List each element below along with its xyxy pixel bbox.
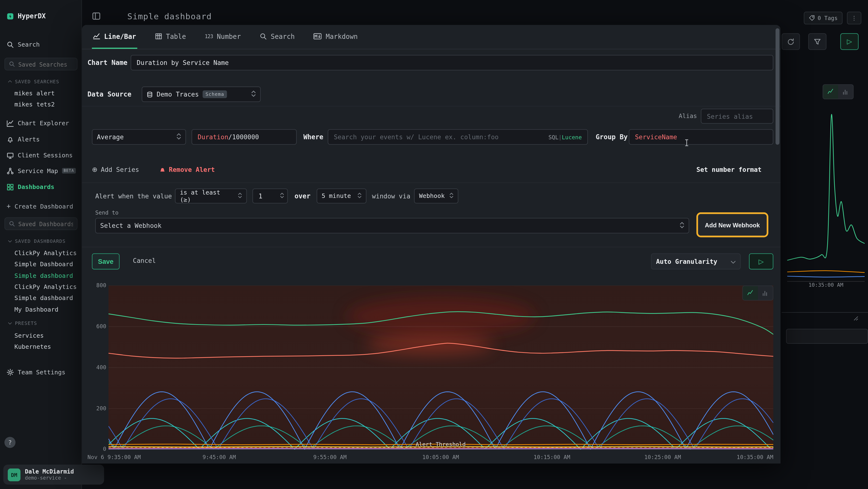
bar-chart-toggle[interactable] bbox=[758, 286, 773, 300]
dashboard-item[interactable]: Simple dashboard bbox=[14, 293, 73, 303]
sidebar-item-team-settings[interactable]: Team Settings bbox=[7, 366, 66, 377]
logo[interactable]: HyperDX bbox=[7, 10, 46, 22]
user-name: Dale McDiarmid bbox=[25, 468, 74, 475]
chevron-down-icon bbox=[731, 258, 736, 265]
preset-item[interactable]: Services bbox=[14, 331, 44, 341]
refresh-button[interactable] bbox=[782, 33, 800, 50]
refresh-icon bbox=[787, 38, 795, 45]
saved-dashboards-field[interactable] bbox=[18, 220, 73, 227]
aggregation-select[interactable]: Average bbox=[92, 129, 186, 145]
bar-chart-icon bbox=[842, 89, 848, 95]
lucene-toggle[interactable]: Lucene bbox=[562, 134, 582, 140]
alert-condition-select[interactable]: is at least (≥) bbox=[175, 189, 247, 203]
background-chart-type-toggle[interactable] bbox=[823, 84, 854, 99]
more-menu-button[interactable]: ⋮ bbox=[847, 11, 862, 24]
chevron-up-icon bbox=[8, 79, 12, 84]
sidebar-item-search[interactable]: Search bbox=[7, 39, 40, 50]
field-input[interactable]: Duration/1000000 bbox=[191, 129, 297, 145]
preset-item[interactable]: Kubernetes bbox=[14, 342, 51, 352]
tags-button[interactable]: 0 Tags bbox=[804, 11, 843, 24]
search-icon bbox=[260, 33, 267, 40]
saved-search-item[interactable]: mikes alert bbox=[14, 89, 55, 99]
section-divider bbox=[82, 182, 780, 183]
search-icon bbox=[9, 61, 15, 67]
main-chart[interactable] bbox=[108, 286, 773, 450]
saved-searches-header[interactable]: SAVED SEARCHES bbox=[8, 78, 59, 85]
bell-icon bbox=[7, 136, 14, 143]
add-series-button[interactable]: ⊕ Add Series bbox=[92, 164, 139, 176]
data-source-select[interactable]: Demo Traces Schema bbox=[142, 86, 261, 102]
chart-type-tabs: Line/Bar Table 123 Number Search Markdow… bbox=[82, 25, 780, 49]
alias-input[interactable] bbox=[701, 109, 774, 123]
x-tick: 10:25:00 AM bbox=[644, 454, 681, 460]
create-dashboard-button[interactable]: + Create Dashboard bbox=[7, 201, 73, 212]
dashboard-item[interactable]: ClickPy Analytics bbox=[14, 282, 77, 292]
run-query-button[interactable]: ▷ bbox=[840, 33, 859, 50]
panel-collapse-icon bbox=[92, 11, 101, 21]
avatar: DM bbox=[8, 468, 21, 481]
webhook-select[interactable]: Select a Webhook bbox=[95, 218, 689, 233]
alert-window-select[interactable]: 5 minute bbox=[317, 189, 367, 203]
tab-table[interactable]: Table bbox=[154, 25, 187, 49]
filter-button[interactable] bbox=[808, 33, 827, 50]
sidebar-collapse-button[interactable] bbox=[92, 11, 101, 22]
cancel-button[interactable]: Cancel bbox=[133, 257, 156, 264]
section-divider bbox=[82, 247, 780, 247]
mini-chart-time: 10:35:00 AM bbox=[787, 282, 865, 288]
group-by-label: Group By bbox=[595, 133, 628, 141]
sidebar-item-service-map[interactable]: Service Map BETA bbox=[7, 165, 76, 176]
sidebar-item-chart-explorer[interactable]: Chart Explorer bbox=[7, 118, 69, 128]
bar-chart-toggle[interactable] bbox=[838, 85, 853, 98]
background-input-bar[interactable] bbox=[786, 329, 868, 344]
chevron-down-icon bbox=[8, 321, 12, 325]
tab-search[interactable]: Search bbox=[258, 25, 296, 49]
presets-header[interactable]: PRESETS bbox=[8, 319, 37, 327]
resize-icon bbox=[852, 315, 859, 321]
tab-markdown[interactable]: Markdown bbox=[312, 25, 359, 49]
saved-searches-input[interactable] bbox=[4, 58, 78, 70]
alert-channel-select[interactable]: Webhook bbox=[414, 189, 458, 203]
modal-scrollbar[interactable] bbox=[776, 28, 779, 145]
remove-alert-button[interactable]: Remove Alert bbox=[159, 164, 215, 176]
modal-chart-type-toggle[interactable] bbox=[742, 286, 774, 300]
chart-name-input[interactable] bbox=[131, 55, 774, 70]
alert-threshold-input[interactable]: 1 bbox=[252, 189, 288, 203]
schema-badge[interactable]: Schema bbox=[203, 90, 227, 98]
dashboard-item[interactable]: Simple Dashboard bbox=[14, 259, 73, 269]
alert-prefix-text: Alert when the value bbox=[95, 192, 172, 200]
sidebar-item-client-sessions[interactable]: Client Sessions bbox=[7, 150, 73, 161]
dashboard-item[interactable]: ClickPy Analytics bbox=[14, 248, 77, 258]
monitor-icon bbox=[7, 151, 14, 159]
line-chart-icon bbox=[93, 33, 100, 40]
markdown-icon bbox=[313, 33, 322, 40]
sql-toggle[interactable]: SQL bbox=[549, 134, 558, 140]
line-chart-icon bbox=[828, 89, 834, 95]
save-button[interactable]: Save bbox=[92, 253, 120, 269]
group-by-input[interactable]: ServiceName bbox=[629, 129, 773, 145]
set-number-format-button[interactable]: Set number format bbox=[696, 163, 762, 177]
saved-dashboards-input[interactable] bbox=[4, 217, 78, 230]
where-search-input[interactable]: SQL | Lucene bbox=[328, 129, 588, 145]
user-menu[interactable]: DM Dale McDiarmid demo-service - bbox=[3, 465, 104, 485]
help-button[interactable]: ? bbox=[4, 437, 16, 448]
granularity-select[interactable]: Auto Granularity bbox=[651, 253, 741, 269]
run-chart-button[interactable]: ▷ bbox=[749, 253, 773, 269]
add-new-webhook-button[interactable]: Add New Webhook bbox=[696, 212, 768, 237]
sidebar-item-dashboards[interactable]: Dashboards bbox=[7, 181, 55, 192]
chevron-updown-icon bbox=[238, 192, 242, 200]
tab-line-bar[interactable]: Line/Bar bbox=[92, 25, 137, 49]
saved-searches-field[interactable] bbox=[18, 61, 73, 67]
dashboard-item-active[interactable]: Simple dashboard bbox=[14, 271, 73, 281]
line-chart-toggle[interactable] bbox=[743, 286, 758, 300]
filter-icon bbox=[814, 38, 821, 45]
saved-search-item[interactable]: mikes tets2 bbox=[14, 100, 55, 110]
saved-dashboards-header[interactable]: SAVED DASHBOARDS bbox=[8, 237, 66, 245]
resize-handle[interactable] bbox=[852, 315, 859, 323]
dashboard-item[interactable]: My Dashboard bbox=[14, 305, 58, 315]
logo-text: HyperDX bbox=[18, 12, 45, 20]
stepper-icons[interactable] bbox=[280, 192, 284, 200]
line-chart-toggle[interactable] bbox=[823, 85, 838, 98]
sidebar-item-alerts[interactable]: Alerts bbox=[7, 134, 40, 145]
tab-number[interactable]: 123 Number bbox=[204, 25, 242, 49]
page-title[interactable]: Simple dashboard bbox=[127, 11, 212, 22]
